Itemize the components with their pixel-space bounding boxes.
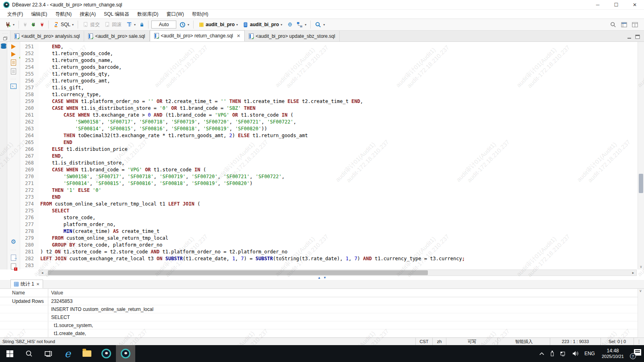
stats-row-1[interactable]: INSERT INTO custom_online_sale_return_lo…: [0, 305, 638, 313]
execute-script-icon[interactable]: [11, 60, 16, 66]
sql-code-editor[interactable]: 251 END,252 t1.return_goods_code,253 t1.…: [20, 42, 644, 269]
code-line[interactable]: 254 t1.return_goods_barcode,: [20, 64, 638, 71]
code-line[interactable]: 270 'SW00158', 'SF00717', 'SF00718', 'SF…: [20, 173, 638, 180]
code-line[interactable]: 251 END,: [20, 43, 638, 50]
execute-statement-icon[interactable]: [11, 44, 16, 49]
maximize-view-icon[interactable]: [635, 35, 640, 39]
rollback-button[interactable]: 回滚: [103, 21, 123, 29]
search-metadata-button[interactable]: ▾: [314, 21, 326, 29]
open-perspective-icon[interactable]: [621, 21, 627, 28]
lock-icon[interactable]: [138, 21, 145, 28]
menu-item-6[interactable]: 窗口(W): [163, 10, 188, 19]
database-selector[interactable]: audit_bi_pro ▾: [241, 21, 283, 29]
code-line[interactable]: 283: [20, 262, 638, 269]
network-tray-icon[interactable]: [557, 345, 570, 362]
code-line[interactable]: 266 ELSE t1.distribution_price: [20, 146, 638, 153]
code-line[interactable]: 256 t1.return_goods_amt,: [20, 78, 638, 84]
plug-invalidate-icon[interactable]: [39, 21, 45, 28]
transaction-log-button[interactable]: ▾: [124, 21, 137, 29]
scroll-down-arrow-icon[interactable]: ∨: [638, 265, 644, 269]
code-line[interactable]: 281) t2 ON t1.store_code = t2.store_code…: [20, 249, 638, 255]
editor-tab-2[interactable]: <audit_bi_pro> return_change.sql✕: [150, 30, 245, 41]
code-line[interactable]: 271 'SF00814', 'SF00815', 'SF00816', 'SF…: [20, 180, 638, 187]
file-explorer-button[interactable]: [77, 345, 97, 362]
network-profile-button[interactable]: ▾: [295, 21, 308, 29]
code-line[interactable]: 253 t1.return_goods_name,: [20, 57, 638, 64]
code-line[interactable]: 273 END: [20, 194, 638, 201]
column-header-value[interactable]: Value: [48, 289, 638, 297]
connect-button[interactable]: + ▾: [3, 21, 16, 29]
code-line[interactable]: 261 CASE WHEN t3.exchange_rate > 0 AND (…: [20, 112, 638, 119]
tray-expand-chevron[interactable]: [537, 345, 547, 362]
action-center-button[interactable]: 7: [628, 345, 644, 362]
stats-row-3[interactable]: t1.source_system,: [0, 321, 638, 329]
plug-disconnect-icon[interactable]: [22, 21, 29, 28]
task-view-button[interactable]: [39, 345, 58, 362]
close-icon[interactable]: ✕: [237, 33, 240, 39]
menu-item-5[interactable]: 数据库(D): [133, 10, 163, 19]
code-line[interactable]: 278 MIN(create_time) AS create_time_t: [20, 228, 638, 235]
usb-tray-icon[interactable]: [547, 345, 557, 362]
code-line[interactable]: 259 CASE WHEN t1.platform_order_no = '' …: [20, 98, 638, 105]
splitter-down-icon[interactable]: ▼: [323, 276, 326, 280]
commit-button[interactable]: 提交: [81, 21, 101, 29]
column-header-name[interactable]: Name: [0, 289, 48, 297]
menu-item-7[interactable]: 帮助(H): [188, 10, 213, 19]
status-writable[interactable]: 可写: [446, 338, 497, 345]
quick-access-search-icon[interactable]: [610, 21, 617, 28]
code-line[interactable]: 279 FROM custom_online_sale_return_tmp_l…: [20, 235, 638, 242]
plug-reconnect-icon[interactable]: [30, 21, 37, 28]
status-timezone[interactable]: CST: [415, 338, 432, 345]
autocommit-select[interactable]: Auto: [151, 21, 176, 29]
horizontal-scrollbar-thumb[interactable]: [48, 270, 428, 275]
code-line[interactable]: 268 t1.is_distribution_store,: [20, 160, 638, 167]
tab-statistics[interactable]: 统计 1 ✕: [10, 280, 43, 288]
code-line[interactable]: 267 END,: [20, 153, 638, 160]
panel-splitter[interactable]: ▲ ▼: [0, 276, 644, 280]
gear-icon[interactable]: ⚙: [11, 238, 16, 245]
explain-plan-icon[interactable]: [11, 68, 16, 74]
code-line[interactable]: 272 THEN '1' ELSE '0': [20, 187, 638, 194]
scroll-left-arrow-icon[interactable]: ◂: [39, 271, 45, 275]
menu-item-2[interactable]: 导航(N): [51, 10, 76, 19]
code-line[interactable]: 262 'SW00158', 'SF00717', 'SF00718', 'SF…: [20, 119, 638, 125]
console-icon[interactable]: >_: [10, 84, 17, 89]
tab-bar-menu[interactable]: ····: [0, 31, 10, 41]
stats-row-0[interactable]: Updated Rows23245853: [0, 297, 638, 305]
maximize-button[interactable]: ☐: [607, 0, 625, 9]
code-line[interactable]: 257 t1.is_gift,: [20, 84, 638, 91]
transaction-history-button[interactable]: ▾: [178, 21, 190, 29]
minimize-view-icon[interactable]: [627, 35, 632, 39]
dbeaver-taskbar-button-2[interactable]: [116, 345, 135, 362]
export-data-icon[interactable]: [11, 255, 16, 261]
code-line[interactable]: 280 GROUP BY store_code, platform_order_…: [20, 242, 638, 249]
perspective-layout-icon[interactable]: [632, 21, 638, 28]
menu-item-0[interactable]: 文件(F): [3, 10, 27, 19]
stats-row-4[interactable]: t1.create_date,: [0, 329, 638, 337]
status-more[interactable]: ⋮: [634, 338, 644, 345]
menu-item-4[interactable]: SQL 编辑器: [100, 10, 133, 19]
code-line[interactable]: 260 CASE WHEN t1.is_distribution_store =…: [20, 105, 638, 112]
menu-item-3[interactable]: 搜索(A): [76, 10, 100, 19]
code-line[interactable]: 264 THEN toDecimal32(t3.exchange_rate * …: [20, 132, 638, 139]
database-navigator-icon[interactable]: [1, 43, 6, 49]
globe-icon[interactable]: [287, 21, 293, 28]
taskbar-clock[interactable]: 14:48 2025/10/21: [598, 348, 628, 359]
close-button[interactable]: ✕: [625, 0, 644, 9]
minimize-button[interactable]: ─: [588, 0, 607, 9]
sql-editor-button[interactable]: SQL ▾: [52, 21, 75, 29]
code-line[interactable]: 274FROM custom_online_sale_return_tmp_lo…: [20, 201, 638, 208]
input-language[interactable]: ENG: [582, 345, 598, 362]
status-language[interactable]: zh: [432, 338, 446, 345]
start-button[interactable]: [0, 345, 19, 362]
execute-new-tab-icon[interactable]: [11, 52, 16, 57]
connection-selector[interactable]: audit_bi_pro ▾: [196, 21, 239, 29]
vertical-scrollbar[interactable]: ∨: [638, 42, 644, 269]
code-line[interactable]: 265 END: [20, 139, 638, 146]
code-line[interactable]: 269 CASE WHEN t1.brand_code = 'VPG' OR t…: [20, 167, 638, 173]
code-line[interactable]: 258 t1.currency_type,: [20, 91, 638, 98]
problems-doc-icon[interactable]: [11, 263, 16, 269]
results-scrollbar[interactable]: [638, 289, 644, 337]
status-caret-position[interactable]: 223 : 1 : 9033: [550, 338, 601, 345]
close-icon[interactable]: ✕: [36, 282, 39, 286]
